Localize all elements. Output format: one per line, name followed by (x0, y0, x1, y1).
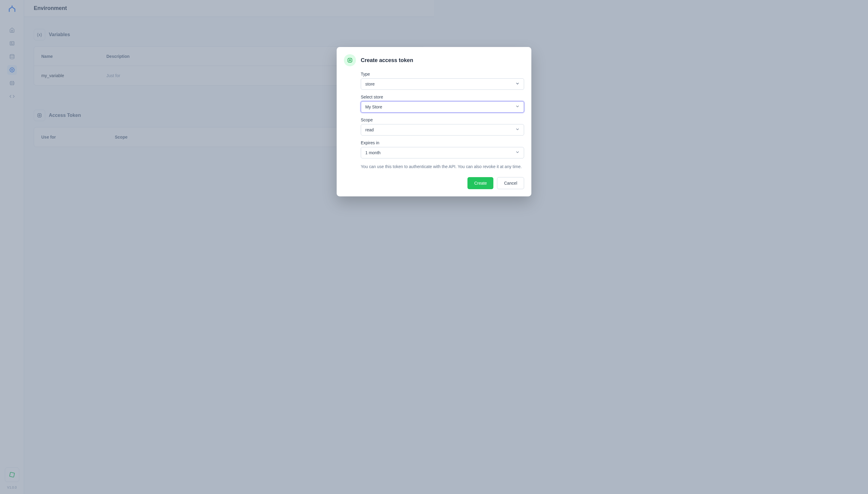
type-select[interactable]: store (361, 78, 434, 90)
expires-label: Expires in (361, 140, 434, 145)
field-type: Type store (361, 72, 434, 90)
modal-title: Create access token (361, 57, 413, 63)
scope-label: Scope (361, 117, 434, 122)
modal-icon-wrap (344, 54, 356, 66)
scope-select[interactable]: read (361, 124, 434, 136)
scan-icon (347, 57, 353, 63)
help-text: You can use this token to authenticate w… (361, 163, 434, 170)
modal-overlay[interactable]: Create access token Type store Select st… (0, 0, 434, 247)
svg-point-6 (349, 60, 351, 61)
type-label: Type (361, 72, 434, 77)
store-select[interactable]: My Store (361, 101, 434, 113)
expires-select[interactable]: 1 month (361, 147, 434, 158)
field-scope: Scope read (361, 117, 434, 136)
create-token-modal: Create access token Type store Select st… (337, 47, 434, 196)
field-store: Select store My Store (361, 95, 434, 113)
modal-header: Create access token (344, 54, 434, 66)
store-label: Select store (361, 95, 434, 99)
modal-actions: Create Cancel (344, 177, 434, 189)
field-expires: Expires in 1 month (361, 140, 434, 158)
